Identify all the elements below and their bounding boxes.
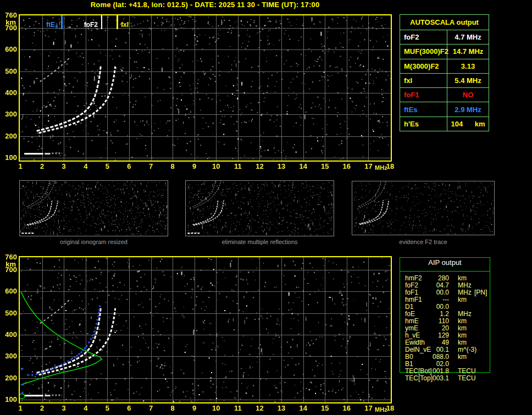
- autoscala-param-value: 104 km: [447, 117, 489, 131]
- thumbnail-caption-2: eliminate multiple reflections: [185, 239, 334, 245]
- autoscala-row: MUF(3000)F214.7 MHz: [400, 44, 489, 58]
- autoscala-param-label: ftEs: [400, 102, 447, 116]
- thumbnail-original-ionogram: [19, 180, 168, 236]
- top-ionogram-plot: [0, 11, 396, 173]
- autoscala-screen: { "title": "Rome (lat: +41.8, lon: 012.5…: [0, 0, 532, 415]
- aip-param-unit: km: [458, 353, 467, 361]
- autoscala-param-value: 5.4 MHz: [447, 74, 489, 87]
- autoscala-table-rows: foF24.7 MHzMUF(3000)F214.7 MHzM(3000)F23…: [400, 30, 489, 131]
- autoscala-param-value: 4.7 MHz: [447, 30, 489, 44]
- autoscala-param-label: fxI: [400, 74, 447, 87]
- thumbnail-eliminate-reflections: [185, 180, 334, 236]
- bottom-ionogram-plot: [0, 253, 396, 415]
- autoscala-table-title: AUTOSCALA output: [400, 15, 489, 30]
- autoscala-param-label: M(3000)F2: [400, 59, 447, 73]
- autoscala-param-value: NO: [447, 88, 489, 102]
- autoscala-row: M(3000)F23.13: [400, 59, 489, 73]
- thumbnail-caption-3: evidence F2 trace: [352, 239, 495, 245]
- aip-table-rows: hmF2280kmfoF204.7MHzfoF100.0MHz[PN]hmF1-…: [400, 275, 494, 382]
- aip-param-unit: km: [458, 296, 467, 303]
- autoscala-row: foF24.7 MHz: [400, 30, 489, 44]
- autoscala-param-label: h'Es: [400, 117, 447, 131]
- autoscala-output-table: AUTOSCALA output foF24.7 MHzMUF(3000)F21…: [400, 14, 489, 131]
- autoscala-param-value: 14.7 MHz: [447, 45, 489, 58]
- autoscala-param-label: foF1: [400, 88, 447, 102]
- page-title: Rome (lat: +41.8, lon: 012.5) - DATE: 20…: [0, 1, 410, 9]
- autoscala-row: h'Es104 km: [400, 117, 489, 131]
- thumbnail-evidence-f2-trace: [352, 181, 495, 235]
- aip-header-divider: [400, 271, 490, 272]
- aip-param-value: 003.1: [419, 375, 449, 382]
- autoscala-param-label: foF2: [400, 30, 447, 44]
- autoscala-param-label: MUF(3000)F2: [400, 45, 447, 58]
- aip-row: TEC[Top]003.1TECU: [400, 375, 494, 382]
- autoscala-param-value: 3.13: [447, 59, 489, 73]
- aip-param-unit: TECU: [458, 375, 476, 382]
- autoscala-param-value: 2.9 MHz: [447, 102, 489, 116]
- autoscala-row: foF1NO: [400, 87, 489, 102]
- autoscala-row: ftEs2.9 MHz: [400, 102, 489, 116]
- aip-param-note: [PN]: [474, 289, 487, 296]
- thumbnail-caption-1: original ionogram resized: [19, 239, 168, 245]
- aip-table-title: AIP output: [400, 258, 490, 267]
- autoscala-row: fxI5.4 MHz: [400, 73, 489, 87]
